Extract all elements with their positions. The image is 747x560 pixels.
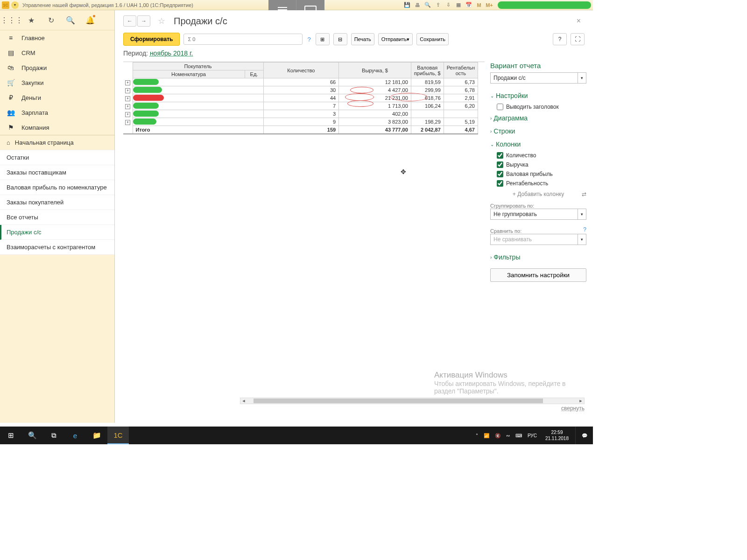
col-qty-checkbox[interactable]	[497, 152, 503, 159]
expand-all-button[interactable]: ⊞	[316, 33, 330, 45]
calendar-icon[interactable]: 📅	[465, 1, 472, 9]
remember-settings-button[interactable]: Запомнить настройки	[490, 268, 586, 282]
scroll-left-icon[interactable]: ◄	[240, 399, 247, 403]
send-icon[interactable]: ⇪	[434, 1, 442, 9]
favorite-star-button[interactable]: ☆	[156, 15, 167, 27]
col-revenue-checkbox[interactable]	[497, 161, 503, 168]
nav-sub-item[interactable]: Валовая прибыль по номенклатуре	[0, 180, 114, 195]
nav-forward-button[interactable]: →	[137, 15, 150, 27]
report-area[interactable]: Покупатель Количество Выручка, $ Валовая…	[123, 62, 485, 423]
expand-icon[interactable]: +	[125, 96, 130, 101]
table-row[interactable]: + 30 4 427,00 299,99 6,78	[123, 86, 478, 94]
table-row[interactable]: + 66 12 181,00 819,59 6,73	[123, 78, 478, 86]
notifications-icon[interactable]: 🔔	[80, 13, 100, 27]
section-chart[interactable]: ›Диаграмма	[490, 112, 586, 125]
nav-sub-item[interactable]: Заказы поставщикам	[0, 165, 114, 180]
save-icon[interactable]: 💾	[403, 1, 411, 9]
print-icon[interactable]: 🖶	[414, 1, 421, 9]
close-button[interactable]: ×	[573, 15, 585, 27]
apps-icon[interactable]: ⋮⋮⋮	[2, 13, 21, 27]
tray-lang[interactable]: РУС	[526, 433, 539, 438]
tray-volume-icon[interactable]: 🔇	[493, 433, 502, 438]
nav-salary-item[interactable]: 👥Зарплата	[0, 105, 114, 120]
print-button[interactable]: Печать	[351, 33, 374, 45]
taskview-button[interactable]: ⧉	[43, 427, 64, 444]
m-plus-icon[interactable]: M+	[486, 1, 493, 9]
col-prof-checkbox[interactable]	[497, 180, 503, 187]
1c-button[interactable]: 1C	[107, 427, 129, 444]
explorer-button[interactable]: 📁	[86, 427, 107, 444]
section-columns[interactable]: ⌄Колонки	[490, 138, 586, 151]
sum-input[interactable]	[183, 34, 303, 45]
search-icon[interactable]: 🔍	[61, 13, 80, 27]
start-button[interactable]: ⊞	[0, 427, 21, 444]
app-menu-dropdown[interactable]: ▾	[11, 1, 19, 9]
nav-sub-item[interactable]: Остатки	[0, 150, 114, 165]
send-button[interactable]: Отправить ▾	[378, 33, 413, 45]
expand-icon[interactable]: +	[125, 88, 130, 93]
table-row[interactable]: + 9 3 823,00 198,29 5,19	[123, 118, 478, 126]
nav-sub-item[interactable]: Все отчеты	[0, 210, 114, 225]
tray-clock[interactable]: 22:59 21.11.2018	[541, 429, 573, 441]
group-dropdown-icon[interactable]: ▾	[578, 209, 586, 220]
history-icon[interactable]: ↻	[41, 13, 61, 27]
nav-money-item[interactable]: ₽Деньги	[0, 90, 114, 105]
shuffle-icon[interactable]: ⇄	[582, 191, 586, 197]
save-button[interactable]: Сохранить	[416, 33, 449, 45]
nav-sub-item-active[interactable]: Продажи с/с	[0, 225, 114, 240]
action-center-button[interactable]: 💬	[575, 427, 593, 444]
help2-button[interactable]: ?	[553, 33, 567, 45]
nav-sub-item[interactable]: Заказы покупателей	[0, 195, 114, 210]
collapse-link[interactable]: свернуть	[561, 405, 585, 412]
expand-icon[interactable]: +	[125, 120, 130, 125]
help-icon[interactable]: ?	[306, 36, 311, 43]
search-button[interactable]: 🔍	[21, 427, 43, 444]
section-filters[interactable]: ›Фильтры	[490, 251, 586, 264]
col-nomenclature: Номенклатура	[133, 70, 245, 78]
m-icon[interactable]: M	[475, 1, 483, 9]
horizontal-scrollbar[interactable]: ◄ ►	[240, 398, 585, 404]
nav-purchases-item[interactable]: 🛒Закупки	[0, 75, 114, 90]
watermark-title: Активация Windows	[434, 371, 574, 380]
tray-app-icon[interactable]: ∾	[504, 433, 512, 438]
section-settings[interactable]: ⌄Настройки	[490, 89, 586, 102]
show-header-checkbox[interactable]	[497, 104, 503, 110]
period-link[interactable]: ноябрь 2018 г.	[150, 49, 193, 57]
tray-network-icon[interactable]: 📶	[482, 433, 491, 438]
fullscreen-button[interactable]: ⛶	[571, 33, 585, 45]
scroll-right-icon[interactable]: ►	[578, 399, 584, 403]
variant-select[interactable]: Продажи с/с	[490, 72, 578, 84]
expand-icon[interactable]: +	[125, 80, 130, 85]
grid-icon[interactable]: ▦	[455, 1, 462, 9]
compare-dropdown-icon[interactable]: ▾	[578, 234, 586, 245]
expand-icon[interactable]: +	[125, 112, 130, 117]
nav-crm-item[interactable]: ▤CRM	[0, 45, 114, 60]
collapse-all-button[interactable]: ⊟	[333, 33, 347, 45]
receive-icon[interactable]: ⇩	[444, 1, 452, 9]
table-row[interactable]: + 3 402,00	[123, 110, 478, 118]
favorites-icon[interactable]: ★	[21, 13, 41, 27]
total-label: Итого	[133, 126, 263, 134]
section-rows[interactable]: ›Строки	[490, 125, 586, 138]
nav-start-page[interactable]: ⌂Начальная страница	[0, 135, 114, 150]
nav-sub-item[interactable]: Взаиморасчеты с контрагентом	[0, 240, 114, 255]
expand-icon[interactable]: +	[125, 104, 130, 109]
table-row[interactable]: + 7 1 713,00 106,24 6,20	[123, 102, 478, 110]
compare-select[interactable]: Не сравнивать	[490, 234, 578, 245]
scroll-thumb[interactable]	[254, 399, 543, 403]
col-gross-checkbox[interactable]	[497, 171, 503, 177]
preview-icon[interactable]: 🔍	[424, 1, 431, 9]
nav-company-item[interactable]: ⚑Компания	[0, 120, 114, 135]
variant-dropdown-icon[interactable]: ▾	[578, 72, 586, 84]
compare-help-icon[interactable]: ?	[583, 226, 586, 233]
flag-icon: ⚑	[7, 124, 15, 131]
nav-back-button[interactable]: ←	[123, 15, 136, 27]
generate-button[interactable]: Сформировать	[123, 33, 180, 46]
nav-sales-item[interactable]: 🛍Продажи	[0, 60, 114, 75]
tray-keyboard-icon[interactable]: ⌨	[514, 433, 524, 438]
nav-main-item[interactable]: ≡Главное	[0, 30, 114, 45]
tray-up-icon[interactable]: ˄	[474, 433, 480, 438]
group-by-select[interactable]: Не группировать	[490, 209, 578, 220]
add-column-link[interactable]: + Добавить колонку⇄	[490, 188, 586, 200]
edge-button[interactable]: e	[64, 427, 86, 444]
